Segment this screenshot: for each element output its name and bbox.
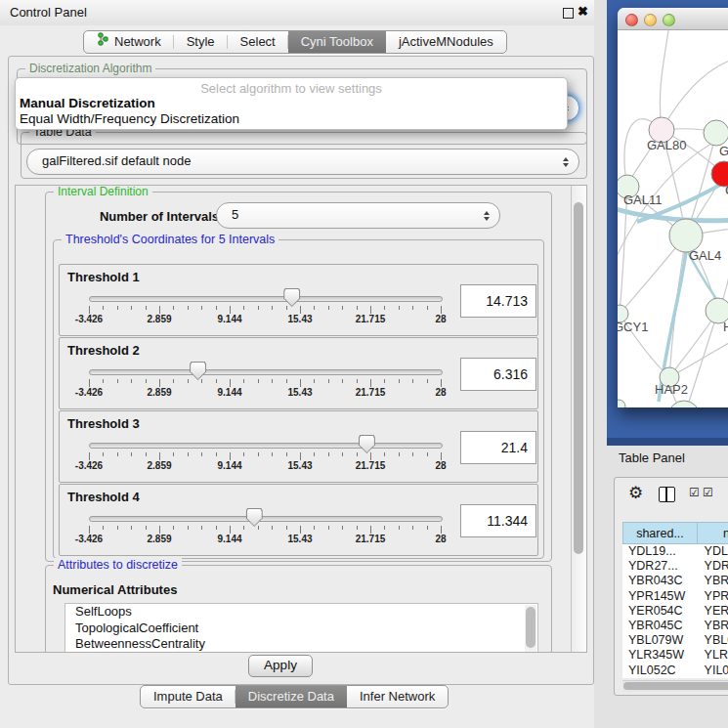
table-row[interactable]: YBR045CYBR0 xyxy=(622,619,728,633)
tick-label: 21.715 xyxy=(336,314,405,324)
tick-mark xyxy=(300,379,301,387)
node-gal4[interactable] xyxy=(669,219,703,252)
close-icon[interactable]: ✖ xyxy=(578,4,588,19)
table-data-combobox[interactable]: galFiltered.sif default node xyxy=(26,149,579,175)
slider-thumb[interactable] xyxy=(359,435,375,453)
tab-style[interactable]: Style xyxy=(174,31,228,53)
vertical-scrollbar-thumb[interactable] xyxy=(574,202,583,554)
network-window-titlebar xyxy=(618,8,728,30)
table-row[interactable]: YDL19...YDL1 xyxy=(622,544,728,559)
tick-mark xyxy=(117,306,118,310)
tick-mark xyxy=(272,306,273,310)
slider-thumb[interactable] xyxy=(283,288,300,307)
tick-mark xyxy=(89,306,90,314)
close-traffic-light-icon[interactable] xyxy=(625,14,638,26)
tick-mark xyxy=(412,452,413,456)
list-item[interactable]: SelfLoops xyxy=(65,604,537,621)
tab-discretize-data[interactable]: Discretize Data xyxy=(236,686,347,707)
tick-mark xyxy=(286,526,287,530)
table-row[interactable]: YBR043CYBR0 xyxy=(622,574,728,588)
tick-mark xyxy=(131,526,132,530)
table-row[interactable]: YBL079WYBL0 xyxy=(622,633,728,648)
tab-label: Cyni Toolbox xyxy=(301,31,373,53)
dropdown-item[interactable]: Equal Width/Frequency Discretization xyxy=(20,111,239,126)
threshold-value-field[interactable]: 14.713 xyxy=(460,284,536,318)
checkbox-icon[interactable]: ☑ xyxy=(703,486,714,499)
tick-mark xyxy=(441,452,442,460)
float-window-icon[interactable] xyxy=(563,8,574,19)
slider-track[interactable] xyxy=(89,369,443,375)
slider-thumb[interactable] xyxy=(190,362,206,380)
list-item[interactable]: TopologicalCoefficient xyxy=(65,621,537,637)
tick-mark xyxy=(314,379,315,383)
gear-icon[interactable]: ⚙ xyxy=(628,483,643,503)
column-header-shared-name[interactable]: shared... xyxy=(622,522,698,544)
tick-mark xyxy=(173,306,174,310)
number-of-intervals-combobox[interactable]: 5 xyxy=(216,202,500,229)
tick-mark xyxy=(243,452,244,456)
tick-mark xyxy=(103,526,104,530)
threshold-label: Threshold 1 xyxy=(67,270,140,284)
table-row[interactable]: YIL052CYIL0 xyxy=(622,664,728,678)
tick-mark xyxy=(243,306,244,310)
split-columns-icon[interactable] xyxy=(659,487,675,502)
tick-mark xyxy=(159,452,160,460)
slider-track[interactable] xyxy=(89,516,443,522)
minimize-traffic-light-icon[interactable] xyxy=(644,14,657,26)
tick-mark xyxy=(357,379,358,383)
tab-network[interactable]: Network xyxy=(84,31,174,53)
threshold-value-field[interactable]: 21.4 xyxy=(460,431,536,464)
threshold-value-field[interactable]: 6.316 xyxy=(460,358,536,391)
tick-mark xyxy=(258,452,259,456)
table-row[interactable]: YER054CYER0 xyxy=(622,604,728,619)
network-canvas[interactable]: GAL80 GA GAL11 C GAL4 GCY1 H HAP2 xyxy=(618,30,728,407)
tab-cyni-toolbox[interactable]: Cyni Toolbox xyxy=(288,31,386,53)
zoom-traffic-light-icon[interactable] xyxy=(663,14,675,26)
checkbox-icon[interactable]: ☑ xyxy=(689,486,701,499)
list-item[interactable]: BetweennessCentrality xyxy=(65,636,537,653)
horizontal-scrollbar-thumb[interactable] xyxy=(623,682,728,690)
table-row[interactable]: YPR145WYPR1 xyxy=(622,589,728,604)
tick-label: 15.43 xyxy=(266,314,334,324)
tab-impute-data[interactable]: Impute Data xyxy=(141,686,236,707)
list-scrollbar-thumb[interactable] xyxy=(526,607,535,648)
table-row[interactable]: YDR27...YDR2 xyxy=(622,559,728,574)
number-of-intervals-value: 5 xyxy=(232,207,238,222)
cell-name: YIL0 xyxy=(699,664,728,678)
tick-mark xyxy=(399,526,400,530)
tick-mark xyxy=(188,306,189,310)
slider-track[interactable] xyxy=(89,443,443,449)
node-bottom[interactable] xyxy=(668,401,700,407)
column-header-name[interactable]: na xyxy=(698,522,728,544)
tick-label: 9.144 xyxy=(195,314,264,324)
tick-mark xyxy=(399,306,400,310)
apply-button[interactable]: Apply xyxy=(248,655,313,677)
node-bottom-left[interactable] xyxy=(618,400,625,407)
tick-mark xyxy=(159,306,160,314)
table-row[interactable]: YLR345WYLR3 xyxy=(622,648,728,663)
tick-mark xyxy=(441,526,442,534)
tab-infer-network[interactable]: Infer Network xyxy=(347,686,448,707)
cell-shared-name: YIL052C xyxy=(622,664,699,678)
tick-mark xyxy=(258,379,259,383)
threshold-label: Threshold 2 xyxy=(67,343,140,358)
tab-label: Discretize Data xyxy=(248,686,334,707)
cell-shared-name: YER054C xyxy=(622,604,699,619)
slider-thumb[interactable] xyxy=(246,508,263,527)
tick-mark xyxy=(188,526,189,530)
tab-label: Impute Data xyxy=(153,686,223,707)
tab-select[interactable]: Select xyxy=(228,31,288,53)
slider-track[interactable] xyxy=(89,296,443,302)
tick-mark xyxy=(159,526,160,534)
threshold-value-field[interactable]: 11.344 xyxy=(460,504,536,537)
tick-mark xyxy=(258,306,259,310)
tick-mark xyxy=(384,452,385,456)
tick-mark xyxy=(230,526,231,534)
tab-jactivemnodules[interactable]: jActiveMNodules xyxy=(386,31,506,53)
dropdown-item[interactable]: Manual Discretization xyxy=(20,96,155,110)
tick-label: 2.859 xyxy=(125,314,193,324)
tick-mark xyxy=(201,306,202,310)
node-top-right[interactable] xyxy=(704,120,728,146)
settings-scrollpane: Interval Definition Number of Intervals … xyxy=(15,185,587,653)
tick-mark xyxy=(173,526,174,530)
